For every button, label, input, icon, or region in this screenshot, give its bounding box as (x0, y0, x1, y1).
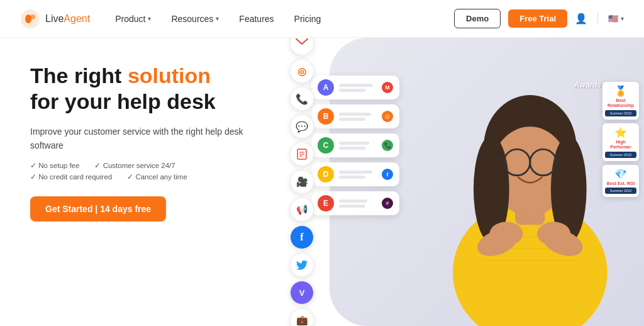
check-no-credit-card: No credit card required (30, 172, 112, 181)
awards-section: 🏅 Best Relationship Summer 2022 ⭐ High P… (602, 82, 639, 197)
award-best-relationship: 🏅 Best Relationship Summer 2022 (602, 82, 639, 120)
free-trial-button[interactable]: Free Trial (508, 9, 567, 28)
integrations-icons: ◎ 📞 💬 🎥 📢 f V (283, 38, 321, 326)
chevron-down-icon: ▾ (216, 15, 219, 22)
slack-badge: # (382, 198, 393, 209)
ring-badge: ◎ (382, 111, 393, 122)
awards-label: Awards (574, 81, 601, 89)
svg-point-2 (30, 14, 35, 20)
check-customer-service: Customer service 24/7 (94, 161, 175, 170)
slack-icon: 💼 (290, 308, 314, 326)
hero-section: The right solution for your help desk Im… (0, 38, 644, 326)
chat-line (339, 147, 365, 150)
logo-icon (20, 9, 40, 29)
facebook-icon: f (290, 225, 314, 249)
hero-content: The right solution for your help desk Im… (0, 38, 264, 326)
award-high-performer: ⭐ High Performer Summer 2022 (602, 123, 639, 161)
checks-row-2: No credit card required Cancel any time (30, 172, 244, 181)
chat-line (339, 118, 365, 121)
chat-line (339, 200, 367, 203)
chat-line (339, 171, 372, 174)
flag-icon: 🇺🇸 (608, 14, 618, 23)
hero-checks: No setup fee Customer service 24/7 No cr… (30, 161, 244, 181)
gmail-badge: M (382, 82, 393, 93)
chat-card: B ◎ (311, 104, 399, 128)
demo-button[interactable]: Demo (454, 9, 501, 28)
nav-product[interactable]: Product ▾ (115, 14, 151, 24)
nav-resources[interactable]: Resources ▾ (171, 14, 219, 24)
chat-card: C 📞 (311, 133, 399, 157)
viber-icon: V (290, 281, 314, 305)
cta-button[interactable]: Get Started | 14 days free (30, 196, 166, 222)
check-setup-fee: No setup fee (30, 161, 79, 170)
chat-card: E # (311, 191, 399, 215)
chat-line (339, 89, 365, 92)
chevron-down-icon: ▾ (621, 15, 624, 22)
nav-divider (597, 13, 598, 25)
ticket-icon (290, 142, 314, 166)
video-icon: 🎥 (290, 170, 314, 194)
chat-icon: 💬 (290, 115, 314, 138)
chat-line (339, 84, 373, 87)
nav-pricing[interactable]: Pricing (294, 14, 321, 24)
award-best-roi: 💎 Best Est. ROI Summer 2022 (602, 165, 639, 197)
chat-lines (339, 142, 377, 150)
logo[interactable]: LiveAgent (20, 9, 90, 29)
chat-lines (339, 113, 377, 121)
chat-line (339, 205, 365, 208)
speaker-icon: 📢 (290, 198, 314, 222)
facebook-badge: f (382, 169, 393, 180)
chat-line (339, 142, 369, 145)
check-cancel: Cancel any time (127, 172, 187, 181)
nav-links: Product ▾ Resources ▾ Features Pricing (115, 14, 454, 24)
twitter-icon (290, 253, 314, 277)
svg-point-27 (538, 222, 571, 245)
chat-line (339, 176, 365, 179)
hero-headline: The right solution for your help desk (30, 63, 244, 115)
chat-cards: A M B ◎ C 📞 D (311, 76, 399, 220)
language-selector[interactable]: 🇺🇸 ▾ (608, 14, 624, 23)
checks-row-1: No setup fee Customer service 24/7 (30, 161, 244, 170)
logo-text: LiveAgent (45, 13, 90, 25)
chevron-down-icon: ▾ (148, 15, 151, 22)
chat-lines (339, 171, 377, 179)
phone-badge: 📞 (382, 140, 393, 151)
gmail-icon (290, 38, 314, 55)
nav-actions: Demo Free Trial 👤 🇺🇸 ▾ (454, 9, 624, 28)
person-illustration (429, 52, 631, 326)
chat-card: A M (311, 76, 399, 99)
nav-features[interactable]: Features (239, 14, 274, 24)
chat-line (339, 113, 371, 116)
ring-icon: ◎ (290, 59, 314, 83)
hero-subtext: Improve your customer service with the r… (30, 125, 244, 153)
chat-lines (339, 84, 377, 92)
user-icon[interactable]: 👤 (575, 13, 587, 25)
svg-point-26 (490, 222, 523, 245)
chat-card: D f (311, 162, 399, 186)
chat-lines (339, 200, 377, 208)
phone-icon: 📞 (290, 87, 314, 111)
navbar: LiveAgent Product ▾ Resources ▾ Features… (0, 0, 644, 38)
